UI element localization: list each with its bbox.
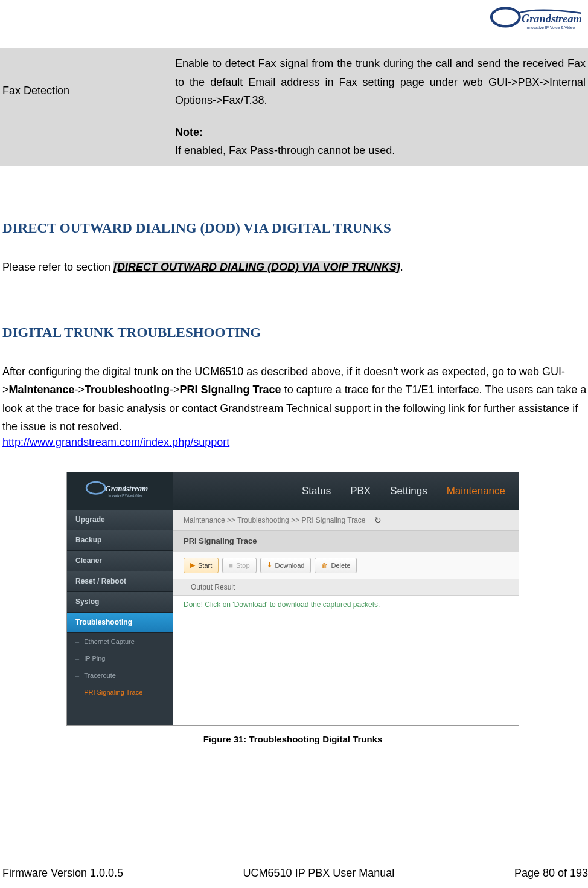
p2d: Troubleshooting	[85, 384, 170, 396]
refresh-icon[interactable]: ↻	[374, 515, 382, 525]
delete-button[interactable]: 🗑Delete	[315, 558, 357, 573]
p2f: PRI Signaling Trace	[180, 384, 281, 396]
toolbar: ▶Start ■Stop ⬇Download 🗑Delete	[173, 552, 519, 579]
p1-suffix: .	[400, 261, 403, 273]
p2e: ->	[170, 384, 180, 396]
trash-icon: 🗑	[321, 562, 328, 569]
stop-icon: ■	[229, 562, 233, 569]
svg-point-0	[491, 8, 520, 26]
download-label: Download	[275, 562, 305, 569]
p2c: ->	[75, 384, 85, 396]
page-footer: Firmware Version 1.0.0.5 UCM6510 IP PBX …	[2, 867, 588, 880]
sidebar-item-upgrade[interactable]: Upgrade	[67, 510, 173, 530]
note-body: If enabled, Fax Pass-through cannot be u…	[175, 144, 395, 156]
topnav-pbx[interactable]: PBX	[350, 485, 371, 497]
panel-title: PRI Signaling Trace	[173, 530, 519, 552]
topnav-status[interactable]: Status	[302, 485, 331, 497]
note-label: Note:	[175, 123, 586, 142]
top-nav: Status PBX Settings Maintenance	[173, 472, 519, 510]
sidebar-item-cleaner[interactable]: Cleaner	[67, 551, 173, 571]
figure-caption: Figure 31: Troubleshooting Digital Trunk…	[66, 734, 519, 744]
brand-logo: Grandstream Innovative IP Voice & Video	[479, 6, 588, 39]
main-panel: Status PBX Settings Maintenance Maintena…	[173, 472, 519, 725]
heading-dod: DIRECT OUTWARD DIALING (DOD) VIA DIGITAL…	[0, 220, 588, 236]
footer-title: UCM6510 IP PBX User Manual	[243, 867, 395, 880]
troubleshooting-paragraph: After configuring the digital trunk on t…	[0, 362, 588, 436]
sub-traceroute[interactable]: Traceroute	[67, 667, 173, 684]
sidebar-item-backup[interactable]: Backup	[67, 530, 173, 551]
svg-text:Innovative IP Voice & Video: Innovative IP Voice & Video	[108, 494, 142, 497]
sub-ip-ping[interactable]: IP Ping	[67, 650, 173, 667]
play-icon: ▶	[190, 561, 195, 569]
ui-screenshot: Grandstream Innovative IP Voice & Video …	[66, 472, 519, 726]
dod-paragraph: Please refer to section [DIRECT OUTWARD …	[0, 258, 588, 277]
svg-point-3	[86, 482, 105, 494]
topnav-settings[interactable]: Settings	[390, 485, 427, 497]
sidebar-logo: Grandstream Innovative IP Voice & Video	[67, 472, 173, 510]
breadcrumb: Maintenance >> Troubleshooting >> PRI Si…	[173, 510, 519, 530]
download-icon: ⬇	[267, 561, 272, 569]
stop-button[interactable]: ■Stop	[222, 558, 256, 573]
output-header: Output Result	[173, 579, 519, 596]
footer-firmware: Firmware Version 1.0.0.5	[2, 867, 123, 880]
start-button[interactable]: ▶Start	[184, 558, 219, 573]
start-label: Start	[198, 562, 212, 569]
breadcrumb-text: Maintenance >> Troubleshooting >> PRI Si…	[184, 516, 366, 524]
p1-prefix: Please refer to section	[2, 261, 113, 273]
footer-page: Page 80 of 193	[514, 867, 588, 880]
table-desc-text: Enable to detect Fax signal from the tru…	[175, 57, 586, 106]
sidebar-item-reset-reboot[interactable]: Reset / Reboot	[67, 571, 173, 592]
delete-label: Delete	[331, 562, 350, 569]
p2b: Maintenance	[9, 384, 75, 396]
svg-text:Grandstream: Grandstream	[522, 13, 582, 25]
output-body: Done! Click on 'Download' to download th…	[173, 596, 519, 609]
dod-voip-link[interactable]: [DIRECT OUTWARD DIALING (DOD) VIA VOIP T…	[113, 261, 400, 273]
download-button[interactable]: ⬇Download	[260, 558, 312, 573]
screenshot-container: Grandstream Innovative IP Voice & Video …	[66, 472, 519, 744]
svg-text:Innovative IP Voice & Video: Innovative IP Voice & Video	[526, 25, 575, 30]
sub-pri-signaling-trace[interactable]: PRI Signaling Trace	[67, 684, 173, 701]
sub-ethernet-capture[interactable]: Ethernet Capture	[67, 633, 173, 650]
table-label: Fax Detection	[0, 48, 169, 166]
table-description: Enable to detect Fax signal from the tru…	[169, 48, 588, 166]
topnav-maintenance[interactable]: Maintenance	[447, 485, 505, 497]
support-url-link[interactable]: http://www.grandstream.com/index.php/sup…	[0, 436, 229, 449]
stop-label: Stop	[236, 562, 250, 569]
sidebar-item-syslog[interactable]: Syslog	[67, 592, 173, 613]
sidebar: Grandstream Innovative IP Voice & Video …	[67, 472, 173, 725]
heading-troubleshooting: DIGITAL TRUNK TROUBLESHOOTING	[0, 325, 588, 341]
sidebar-item-troubleshooting[interactable]: Troubleshooting	[67, 613, 173, 633]
svg-text:Grandstream: Grandstream	[105, 484, 148, 493]
fax-detection-row: Fax Detection Enable to detect Fax signa…	[0, 48, 588, 166]
